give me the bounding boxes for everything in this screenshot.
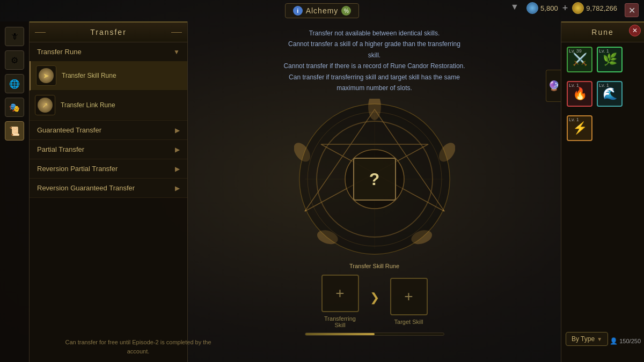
rune-badge-3: Lv. 1 🌊	[597, 81, 623, 107]
transfer-rune-label: Transfer Rune	[37, 48, 82, 56]
currency-2-value: 9,782,266	[586, 4, 617, 12]
plus-button[interactable]: +	[562, 3, 568, 14]
inventory-icon: 👤	[610, 337, 618, 345]
currency-1: 5,800	[526, 2, 558, 14]
info-line-1: Transfer not available between identical…	[283, 28, 466, 39]
transfer-link-rune-item[interactable]: ↗ Transfer Link Rune	[30, 91, 187, 120]
rune-grid: Lv. 39 ⚔️ Lv. 1 🌿 Lv. 1 🔥 Lv. 1 🌊	[561, 42, 644, 152]
transferring-plus-icon: +	[335, 285, 344, 302]
transfer-rune-section: Transfer Rune ▼ ➤ Transfer Skill Rune ↗ …	[30, 42, 187, 121]
guaranteed-transfer-header[interactable]: Guaranteed Transfer ▶	[30, 121, 187, 139]
guaranteed-transfer-section: Guaranteed Transfer ▶	[30, 121, 187, 140]
target-skill-box[interactable]: +	[390, 278, 428, 315]
transfer-rune-header[interactable]: Transfer Rune ▼	[30, 42, 187, 61]
percent-icon: %	[341, 6, 351, 16]
progress-bar	[305, 333, 444, 336]
sidebar-item-settings[interactable]: ⚙	[5, 50, 24, 70]
transfer-rune-arrow: ▼	[173, 48, 180, 56]
inventory-count-value: 150/250	[619, 338, 641, 344]
by-type-label: By Type	[572, 335, 595, 343]
partial-transfer-arrow: ▶	[175, 146, 180, 153]
rune-level-2: Lv. 1	[569, 83, 579, 88]
rune-badge-2: Lv. 1 🔥	[567, 81, 592, 107]
reversion-partial-header[interactable]: Reversion Partial Transfer ▶	[30, 159, 187, 178]
rune-level-3: Lv. 1	[599, 83, 609, 88]
transferring-skill-box[interactable]: +	[321, 275, 359, 312]
guaranteed-transfer-label: Guaranteed Transfer	[37, 126, 101, 134]
partial-transfer-section: Partial Transfer ▶	[30, 140, 187, 159]
rune-icon-1: 🌿	[603, 53, 617, 67]
target-plus-icon: +	[404, 288, 413, 305]
transfer-direction-arrow: ❯	[370, 291, 379, 305]
currency-1-value: 5,800	[540, 4, 558, 12]
sidebar-item-combat[interactable]: 🗡	[5, 27, 24, 46]
reversion-guaranteed-header[interactable]: Reversion Guaranteed Transfer ▶	[30, 179, 187, 197]
skill-rune-icon-inner: ➤	[39, 68, 54, 83]
transfer-skill-rune-label: Transfer Skill Rune	[62, 72, 116, 79]
transfer-link-rune-label: Transfer Link Rune	[61, 101, 115, 109]
rune-badge-1: Lv. 1 🌿	[597, 47, 623, 72]
transferring-skill-slot: + TransferringSkill	[321, 275, 359, 328]
currency-2: 9,782,266	[572, 2, 617, 14]
gold-currency-icon	[572, 2, 584, 14]
progress-bar-fill	[305, 333, 375, 335]
info-line-2: Cannot transfer a skill of a higher grad…	[283, 39, 466, 61]
rune-tab-icon: 🔮	[548, 80, 560, 92]
rune-icon-3: 🌊	[603, 87, 617, 101]
rune-panel-close-button[interactable]: ✕	[629, 25, 641, 36]
rune-icon-4: ⚡	[573, 121, 587, 135]
inventory-count: 👤 150/250	[610, 337, 641, 345]
target-skill-slot: + Target Skill	[390, 278, 428, 325]
transfer-skill-rune-icon: ➤	[36, 65, 56, 86]
info-line-3: Cannot transfer if there is a record of …	[283, 61, 466, 71]
reversion-partial-label: Reversion Partial Transfer	[37, 165, 118, 173]
rune-panel-tab[interactable]: 🔮	[546, 70, 561, 102]
rune-panel: Rune ✕ Lv. 39 ⚔️ Lv. 1 🌿 Lv. 1 🔥	[561, 21, 644, 362]
blue-currency-icon	[526, 2, 538, 14]
close-button[interactable]: ✕	[625, 3, 639, 17]
transfer-panel-title: Transfer	[30, 21, 187, 42]
info-line-4: Can transfer if transferring skill and t…	[283, 72, 466, 94]
rune-level-0: Lv. 39	[569, 48, 582, 54]
sidebar-item-character[interactable]: 🎭	[5, 98, 24, 117]
partial-transfer-label: Partial Transfer	[37, 145, 84, 153]
rune-badge-0: Lv. 39 ⚔️	[567, 47, 592, 72]
link-rune-arrow-icon: ↗	[42, 101, 48, 109]
alchemy-circle: ?	[294, 99, 455, 260]
skill-rune-arrow-icon: ➤	[43, 71, 49, 80]
reversion-partial-arrow: ▶	[175, 165, 180, 173]
sidebar-item-world[interactable]: 🌐	[5, 74, 24, 93]
down-arrow-icon[interactable]: ▼	[510, 2, 522, 14]
rune-display-box: ?	[353, 158, 396, 201]
rune-level-1: Lv. 1	[599, 48, 609, 54]
rune-item-3[interactable]: Lv. 1 🌊	[596, 81, 624, 113]
transfer-panel: Transfer Transfer Rune ▼ ➤ Transfer Skil…	[30, 21, 188, 362]
reversion-partial-section: Reversion Partial Transfer ▶	[30, 159, 187, 179]
rune-item-2[interactable]: Lv. 1 🔥	[566, 81, 594, 113]
question-mark-icon: ?	[369, 169, 380, 189]
link-rune-icon-inner: ↗	[38, 98, 53, 113]
transfer-row: + TransferringSkill ❯ + Target Skill	[321, 275, 428, 328]
guaranteed-transfer-arrow: ▶	[175, 127, 180, 134]
target-skill-label: Target Skill	[394, 319, 423, 325]
transfer-skill-rune-item[interactable]: ➤ Transfer Skill Rune	[30, 61, 187, 91]
reversion-guaranteed-section: Reversion Guaranteed Transfer ▶	[30, 179, 187, 198]
reversion-guaranteed-label: Reversion Guaranteed Transfer	[37, 184, 135, 192]
rune-icon-0: ⚔️	[573, 53, 587, 67]
partial-transfer-header[interactable]: Partial Transfer ▶	[30, 140, 187, 159]
info-icon: i	[293, 6, 303, 16]
rune-item-0[interactable]: Lv. 39 ⚔️	[566, 47, 594, 79]
reversion-guaranteed-arrow: ▶	[175, 184, 180, 192]
rune-item-1[interactable]: Lv. 1 🌿	[596, 47, 624, 79]
rune-icon-2: 🔥	[573, 87, 587, 101]
transferring-skill-label: TransferringSkill	[324, 315, 356, 328]
center-area: Transfer not available between identical…	[188, 21, 561, 362]
rune-level-4: Lv. 1	[569, 117, 579, 122]
page-title: Alchemy	[306, 6, 339, 15]
rune-badge-4: Lv. 1 ⚡	[567, 115, 592, 141]
transfer-link-rune-icon: ↗	[35, 95, 55, 115]
info-text-block: Transfer not available between identical…	[283, 28, 466, 93]
rune-item-4[interactable]: Lv. 1 ⚡	[566, 115, 594, 147]
sidebar-item-alchemy[interactable]: 📜	[5, 121, 24, 141]
by-type-button[interactable]: By Type ▼	[566, 332, 608, 346]
